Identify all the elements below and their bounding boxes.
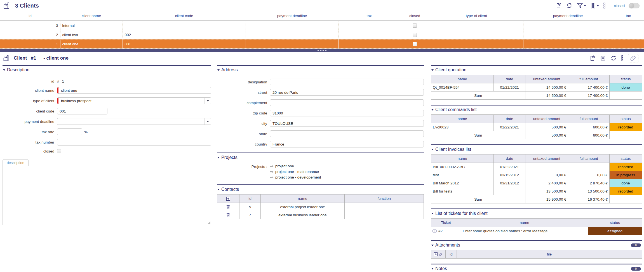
status-badge: recorded bbox=[610, 163, 642, 171]
collapse-triangle-icon bbox=[431, 69, 434, 71]
more-menu-icon[interactable] bbox=[603, 3, 606, 9]
zip-code-input[interactable] bbox=[270, 110, 424, 116]
columns-icon[interactable] bbox=[590, 3, 599, 9]
invoice-row[interactable]: Bill for tests 13 500,00 € 13 500,00 € r… bbox=[431, 187, 642, 195]
ticket-row[interactable]: #2 Enter some quotes on filed names : er… bbox=[431, 227, 642, 235]
col-header-name: name bbox=[431, 115, 494, 123]
save-icon[interactable] bbox=[600, 55, 606, 61]
tax-rate-label: tax rate bbox=[3, 130, 57, 134]
cell-function bbox=[345, 211, 424, 219]
section-quotation-header[interactable]: Client quotation bbox=[431, 66, 642, 74]
section-tickets-header[interactable]: List of tickets for this client bbox=[431, 209, 642, 217]
attachment-dropzone[interactable] bbox=[628, 54, 638, 62]
pane-splitter[interactable] bbox=[0, 49, 644, 52]
project-link[interactable]: project one bbox=[270, 164, 321, 168]
section-invoices-header[interactable]: Client Invoices list bbox=[431, 145, 642, 153]
cell-closed bbox=[400, 39, 430, 49]
contact-row[interactable]: 5 external project leader one bbox=[217, 203, 424, 211]
section-address-header[interactable]: Address bbox=[217, 66, 424, 74]
closed-checkbox[interactable] bbox=[413, 42, 417, 46]
add-attachment-button[interactable] bbox=[434, 252, 438, 256]
designation-input[interactable] bbox=[270, 79, 424, 85]
cell-full: 13 500,00 € bbox=[568, 187, 610, 195]
cell-id: 1 bbox=[0, 39, 60, 49]
section-title: Description bbox=[7, 67, 29, 72]
tab-description[interactable]: description bbox=[3, 159, 29, 166]
sum-row: Sum 15 900,00 € 16 370,40 € bbox=[431, 195, 642, 203]
add-record-icon[interactable] bbox=[555, 3, 562, 9]
delete-contact-button[interactable] bbox=[226, 213, 230, 217]
section-attachments-header[interactable]: Attachments 0 bbox=[431, 241, 642, 249]
cell-client-code: 002 bbox=[123, 30, 246, 39]
status-badge: in progress bbox=[610, 171, 642, 179]
arrow-right-icon bbox=[270, 165, 274, 168]
refresh-icon[interactable] bbox=[566, 2, 573, 9]
add-contact-button[interactable] bbox=[226, 197, 230, 201]
resize-handle[interactable] bbox=[208, 221, 210, 224]
payment-deadline-select[interactable] bbox=[57, 118, 211, 125]
section-description-header[interactable]: Description bbox=[3, 66, 211, 74]
sum-label: Sum bbox=[431, 195, 525, 203]
link-attachment-button[interactable] bbox=[439, 252, 443, 256]
table-row[interactable]: 2 client two 002 bbox=[0, 30, 644, 39]
section-contacts: Contacts id bbox=[217, 184, 424, 219]
closed-checkbox[interactable] bbox=[413, 33, 417, 37]
complement-label: complement bbox=[217, 101, 270, 105]
col-header-date: date bbox=[494, 75, 525, 83]
project-name: project one - developement bbox=[275, 175, 321, 179]
factory-icon bbox=[3, 2, 11, 10]
payment-deadline-dropdown-button[interactable] bbox=[205, 118, 211, 125]
invoice-row[interactable]: Bill_001-0002-ABC 01/22/2021 recorded bbox=[431, 163, 642, 171]
description-textarea[interactable] bbox=[3, 166, 211, 218]
project-name: project one - maintenance bbox=[275, 170, 319, 174]
command-row[interactable]: Evol0023 01/22/2021 500,00 € 600,00 € re… bbox=[431, 123, 642, 131]
street-input[interactable] bbox=[270, 89, 424, 96]
description-text-block: description bbox=[3, 159, 211, 225]
client-name-input[interactable] bbox=[57, 87, 211, 94]
projects-list: project one project one - maintenance pr… bbox=[270, 164, 321, 179]
refresh-icon[interactable] bbox=[610, 55, 617, 62]
filter-icon[interactable] bbox=[577, 3, 586, 8]
filter-dropdown-caret bbox=[584, 5, 586, 6]
closed-checkbox[interactable] bbox=[57, 149, 61, 153]
closed-checkbox[interactable] bbox=[413, 24, 417, 28]
closed-toggle[interactable] bbox=[629, 3, 640, 8]
client-detail-pane: Client #1 - client one bbox=[0, 52, 644, 272]
section-commands-header[interactable]: Client commands list bbox=[431, 105, 642, 113]
section-contacts-header[interactable]: Contacts bbox=[217, 185, 424, 193]
project-link[interactable]: project one - developement bbox=[270, 175, 321, 179]
delete-contact-button[interactable] bbox=[226, 205, 230, 209]
tax-number-input[interactable] bbox=[57, 139, 211, 146]
cell-type-of-client bbox=[430, 39, 523, 49]
section-client-quotation: Client quotation name date untaxed amoun… bbox=[431, 65, 642, 100]
table-row-selected[interactable]: 1 client one 001 bbox=[0, 39, 644, 49]
invoice-row[interactable]: test 03/15/2012 0,00 € 0,00 € in progres… bbox=[431, 171, 642, 179]
complement-input[interactable] bbox=[270, 99, 424, 106]
state-input[interactable] bbox=[270, 130, 424, 137]
contact-row[interactable]: 7 external business leader one bbox=[217, 211, 424, 219]
project-link[interactable]: project one - maintenance bbox=[270, 170, 321, 174]
cell-closed bbox=[400, 30, 430, 39]
tax-rate-input[interactable] bbox=[57, 128, 82, 135]
cell-untaxed bbox=[525, 163, 568, 171]
country-input[interactable] bbox=[270, 141, 424, 147]
section-title: Contacts bbox=[221, 187, 239, 192]
city-input[interactable] bbox=[270, 120, 424, 127]
cell-name: Enter some quotes on filed names : error… bbox=[461, 227, 588, 235]
more-menu-icon[interactable] bbox=[621, 55, 624, 61]
quotation-row[interactable]: Qt_0014BF-554 01/22/2021 14 500,00 € 17 … bbox=[431, 83, 642, 92]
paperclip-icon bbox=[439, 252, 443, 256]
table-row[interactable]: 3 internal bbox=[0, 21, 644, 30]
client-code-input[interactable] bbox=[57, 108, 107, 114]
type-of-client-dropdown-button[interactable] bbox=[205, 98, 211, 104]
cell-tax-2 bbox=[613, 30, 644, 39]
add-record-icon[interactable] bbox=[589, 55, 596, 62]
middle-column: Address designation street complement bbox=[217, 65, 424, 272]
invoice-row[interactable]: Bill March 2012 03/31/2012 2 400,00 € 2 … bbox=[431, 179, 642, 187]
cell-function bbox=[345, 203, 424, 211]
type-of-client-select[interactable] bbox=[57, 97, 211, 104]
section-notes-header[interactable]: Notes 0 bbox=[431, 264, 642, 272]
cell-id: 2 bbox=[0, 30, 60, 39]
section-projects-header[interactable]: Projects bbox=[217, 153, 424, 161]
cell-date: 03/15/2012 bbox=[494, 171, 525, 179]
